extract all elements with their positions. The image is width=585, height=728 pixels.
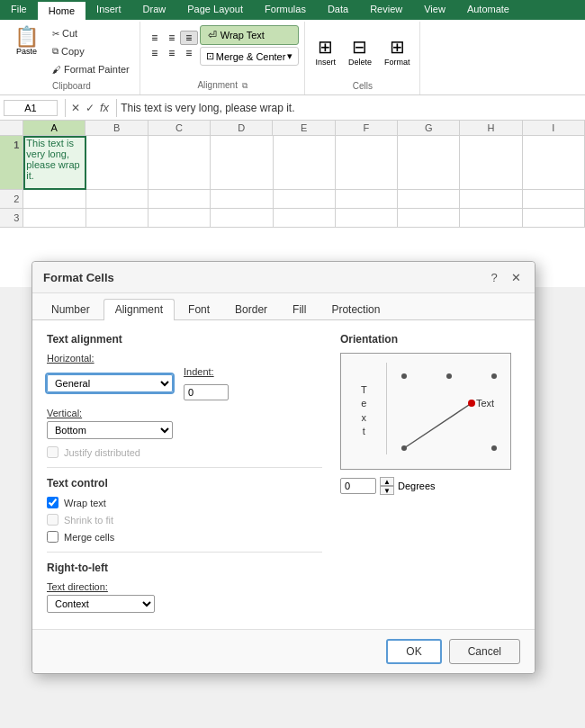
ok-button[interactable]: OK <box>386 639 441 664</box>
svg-point-1 <box>446 373 452 379</box>
degrees-up-button[interactable]: ▲ <box>380 477 394 486</box>
dialog-title-bar: Format Cells ? ✕ <box>32 262 535 293</box>
orient-T: T <box>361 383 367 397</box>
vertical-select[interactable]: Bottom <box>47 421 173 439</box>
shrink-to-fit-row: Shrink to fit <box>47 514 322 526</box>
svg-text:Text: Text <box>476 398 494 409</box>
wrap-text-label: Wrap text <box>64 498 106 508</box>
indent-input[interactable] <box>184 384 229 400</box>
dialog-footer: OK Cancel <box>32 629 535 673</box>
rtl-title: Right-to-left <box>47 562 322 574</box>
text-alignment-title: Text alignment <box>47 333 322 346</box>
merge-cells-label: Merge cells <box>64 532 114 543</box>
degrees-down-button[interactable]: ▼ <box>380 486 394 495</box>
horizontal-select[interactable]: General <box>47 374 173 392</box>
cancel-button[interactable]: Cancel <box>449 639 520 664</box>
dialog-tab-protection[interactable]: Protection <box>320 299 392 319</box>
dialog-close-button[interactable]: ✕ <box>508 269 524 285</box>
wrap-text-row: Wrap text <box>47 497 322 508</box>
vertical-label: Vertical: <box>47 408 322 418</box>
svg-point-2 <box>491 373 497 379</box>
dialog-tab-font[interactable]: Font <box>176 299 221 319</box>
text-direction-label: Text direction: <box>47 581 322 592</box>
divider-1 <box>47 467 322 468</box>
shrink-to-fit-label: Shrink to fit <box>64 515 113 526</box>
dialog-title: Format Cells <box>43 271 114 284</box>
orient-divider <box>386 363 387 454</box>
shrink-to-fit-checkbox[interactable] <box>47 514 58 526</box>
format-cells-dialog: Format Cells ? ✕ Number Alignment Font B… <box>32 261 536 674</box>
dialog-tab-border[interactable]: Border <box>223 299 279 319</box>
text-direction-select[interactable]: Context <box>47 595 155 613</box>
svg-point-0 <box>401 373 407 379</box>
dialog-body: Text alignment Horizontal: General Inden… <box>32 320 535 629</box>
dialog-tab-number[interactable]: Number <box>40 299 102 319</box>
dialog-tab-alignment[interactable]: Alignment <box>104 299 175 320</box>
wrap-text-checkbox[interactable] <box>47 497 58 508</box>
orientation-title: Orientation <box>340 333 520 346</box>
merge-cells-row: Merge cells <box>47 531 322 543</box>
indent-label: Indent: <box>184 366 238 377</box>
horizontal-label: Horizontal: <box>47 353 322 364</box>
orientation-box: T e x t <box>340 353 511 470</box>
dialog-tab-fill[interactable]: Fill <box>281 299 318 319</box>
justify-distributed-checkbox[interactable] <box>47 446 58 458</box>
degrees-input[interactable] <box>340 478 376 494</box>
degrees-label: Degrees <box>398 481 436 491</box>
justify-distributed-label: Justify distributed <box>64 447 140 458</box>
dialog-tabs: Number Alignment Font Border Fill Protec… <box>32 293 535 320</box>
svg-line-5 <box>404 403 472 448</box>
dialog-controls: ? ✕ <box>486 269 524 285</box>
orient-e: e <box>361 398 366 411</box>
arrow-overlay <box>0 332 32 719</box>
dialog-right-panel: Orientation T e x t <box>340 333 520 616</box>
text-control-title: Text control <box>47 477 322 490</box>
orient-t: t <box>363 425 365 438</box>
divider-2 <box>47 552 322 553</box>
svg-point-4 <box>491 445 497 451</box>
orient-x: x <box>362 411 367 425</box>
dialog-help-button[interactable]: ? <box>486 269 502 285</box>
svg-point-6 <box>468 400 475 407</box>
merge-cells-checkbox[interactable] <box>47 531 58 543</box>
dialog-overlay: Format Cells ? ✕ Number Alignment Font B… <box>0 0 585 728</box>
justify-distributed-row: Justify distributed <box>47 446 322 458</box>
dialog-left-panel: Text alignment Horizontal: General Inden… <box>47 333 322 616</box>
orient-dot-tl: Text <box>395 367 503 460</box>
degrees-row: ▲ ▼ Degrees <box>340 477 520 495</box>
